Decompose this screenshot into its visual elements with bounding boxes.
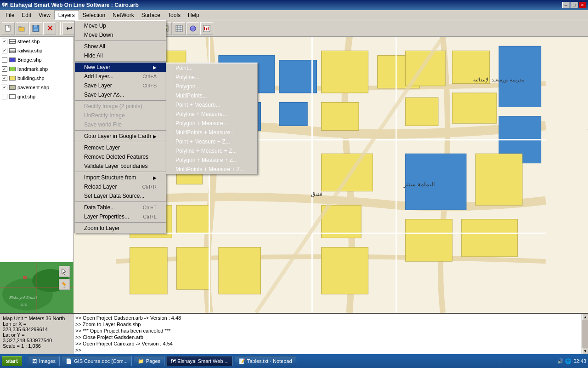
map-icon: 🗺 [170, 358, 175, 364]
taskbar-item-pages[interactable]: 📁 Pages [134, 356, 164, 366]
taskbar-item-gis-course[interactable]: 📄 GIS Course.doc [Com... [62, 356, 132, 366]
menu-move-up[interactable]: Move Up [75, 21, 166, 30]
menu-remove-layer[interactable]: Remove Layer [75, 143, 166, 152]
menu-surface[interactable]: Surface [138, 10, 164, 20]
svg-point-21 [166, 29, 167, 30]
menu-edit[interactable]: Edit [18, 10, 35, 20]
layer-item-landmark[interactable]: ✓landmark.shp [0, 64, 73, 74]
svg-rect-76 [176, 247, 209, 290]
layer-icon-landmark [9, 67, 16, 71]
log-panel: >> Open Project Gadsden.arb -> Version :… [74, 314, 588, 354]
save-button[interactable] [29, 22, 42, 35]
undo-button[interactable]: ↩ [62, 22, 75, 35]
submenu-polyline-measure-z[interactable]: Polyline + Measure + Z... [166, 146, 257, 155]
svg-marker-46 [63, 287, 65, 288]
menu-rectify: Rectify Image (2 points) [75, 102, 166, 111]
coords-panel: Map Unit = Meters 36 North Lon or X = 32… [0, 314, 74, 354]
layer-item-railway[interactable]: ✓railway.shp [0, 46, 73, 55]
svg-rect-55 [279, 102, 307, 126]
menu-file[interactable]: File [2, 10, 18, 20]
sphere-button[interactable] [187, 22, 199, 35]
submenu-polygon-measure-z[interactable]: Polygon + Measure + Z... [166, 155, 257, 165]
menu-remove-deleted[interactable]: Remove Deleted Features [75, 152, 166, 161]
submenu-point[interactable]: Point... [166, 63, 257, 73]
menu-data-table[interactable]: Data Table... Ctrl+T [75, 203, 166, 212]
maximize-button[interactable]: □ [571, 2, 578, 8]
menu-save-layer[interactable]: Save Layer Ctrl+S [75, 81, 166, 90]
sep-2 [75, 61, 166, 62]
menu-add-layer[interactable]: Add Layer... Ctrl+A [75, 72, 166, 81]
layer-item-building[interactable]: ✓building.shp [0, 74, 73, 83]
layer-checkbox-building[interactable]: ✓ [2, 75, 7, 81]
menu-goto-google-earth[interactable]: Goto Layer in Google Earth ▶ [75, 132, 166, 141]
sep-1 [75, 40, 166, 41]
submenu-multipoints-measure-z[interactable]: MultiPoints + Measure + Z... [166, 165, 257, 174]
scroll-down[interactable]: ▼ [582, 348, 588, 354]
grid-button[interactable] [173, 22, 186, 35]
toolbar-sep-1 [58, 22, 61, 35]
layer-item-street[interactable]: ✓street.shp [0, 37, 73, 46]
log-line: >> Open Project Gadsden.arb -> Version :… [75, 315, 586, 321]
svg-text:اليمامة سنتر: اليمامة سنتر [403, 181, 435, 188]
sep-4 [75, 130, 166, 131]
menu-network[interactable]: NetWork [109, 10, 137, 20]
log-line: >> *** Open Project has been canceled **… [75, 328, 586, 334]
new-button[interactable] [2, 22, 15, 35]
menu-help[interactable]: Help [184, 10, 203, 20]
start-button[interactable]: start [2, 356, 22, 366]
taskbar: start 🖼 Images 📄 GIS Course.doc [Com... … [0, 354, 588, 368]
submenu-point-measure[interactable]: Point + Measure... [166, 100, 257, 109]
menu-show-all[interactable]: Show All [75, 42, 166, 51]
menu-zoom-to-layer[interactable]: Zoom to Layer [75, 224, 166, 233]
pencil-tool[interactable] [59, 279, 70, 290]
app-title: 🗺 Elshayal Smart Web On Line Software : … [2, 2, 139, 8]
menu-validate-boundaries[interactable]: Validate Layer boundaries [75, 161, 166, 171]
layer-checkbox-railway[interactable]: ✓ [2, 48, 7, 53]
submenu-multipoints[interactable]: MultiPoints... [166, 91, 257, 100]
menu-selection[interactable]: Selection [79, 10, 109, 20]
menu-layers[interactable]: Layers [54, 10, 79, 20]
menu-save-world: Save world File [75, 120, 166, 129]
menu-layer-properties[interactable]: Layer Properties... Ctrl+L [75, 212, 166, 221]
menu-view[interactable]: View [35, 10, 54, 20]
chart-button[interactable] [200, 22, 213, 35]
submenu-polygon-measure[interactable]: Polygon + Measure... [166, 119, 257, 128]
layer-checkbox-street[interactable]: ✓ [2, 39, 7, 44]
taskbar-item-images[interactable]: 🖼 Images [28, 356, 60, 366]
menu-new-layer[interactable]: New Layer ▶ Point... Polyline... Polygon… [75, 63, 166, 72]
title-bar: 🗺 Elshayal Smart Web On Line Software : … [0, 0, 588, 10]
submenu-polygon[interactable]: Polygon... [166, 82, 257, 91]
layer-checkbox-landmark[interactable]: ✓ [2, 66, 7, 72]
open-button[interactable] [16, 22, 28, 35]
menu-import-structure[interactable]: Import Structure from ▶ [75, 173, 166, 182]
layer-checkbox-bridge[interactable] [2, 57, 7, 63]
minimize-button[interactable]: ─ [562, 2, 570, 8]
submenu-point-measure-z[interactable]: Point + Measure + Z... [166, 137, 257, 146]
layer-item-pavement[interactable]: ✓pavement.shp [0, 83, 73, 92]
menu-save-layer-as[interactable]: Save Layer As... [75, 90, 166, 99]
menu-hide-all[interactable]: Hide All [75, 51, 166, 60]
cursor-select-tool[interactable] [59, 266, 70, 277]
submenu-polyline-measure[interactable]: Polyline + Measure... [166, 109, 257, 119]
layer-checkbox-grid[interactable] [2, 94, 7, 99]
menu-tools[interactable]: Tools [164, 10, 184, 20]
svg-text:GIS: GIS [21, 303, 27, 307]
menu-reload-layer[interactable]: Reload Layer Ctrl+R [75, 182, 166, 191]
log-scrollbar[interactable]: ▲ ▼ [582, 314, 588, 354]
menu-set-data-source[interactable]: Set Layer Data Source... [75, 191, 166, 201]
submenu-polyline[interactable]: Polyline... [166, 73, 257, 82]
layer-item-grid[interactable]: grid.shp [0, 92, 73, 101]
close-file-button[interactable]: ✕ [43, 22, 56, 35]
scroll-up[interactable]: ▲ [582, 314, 588, 320]
layer-icon-grid [9, 94, 16, 99]
menu-move-down[interactable]: Move Down [75, 30, 166, 40]
layer-label-landmark: landmark.shp [17, 66, 48, 72]
submenu-multipoints-measure[interactable]: MultiPoints + Measure... [166, 128, 257, 137]
close-button[interactable]: ✕ [579, 2, 586, 8]
lat-display: Lat or Y = 3,327,218.533977540 [3, 332, 70, 343]
layer-checkbox-pavement[interactable]: ✓ [2, 85, 7, 90]
layer-item-bridge[interactable]: Bridge.shp [0, 55, 73, 64]
taskbar-item-notepad[interactable]: 📝 Tables.txt - Notepad [235, 356, 296, 366]
taskbar-item-elshayal[interactable]: 🗺 Elshayal Smart Web ... [166, 356, 233, 366]
taskbar-right: 🔊 🌐 02:43 [557, 358, 586, 364]
